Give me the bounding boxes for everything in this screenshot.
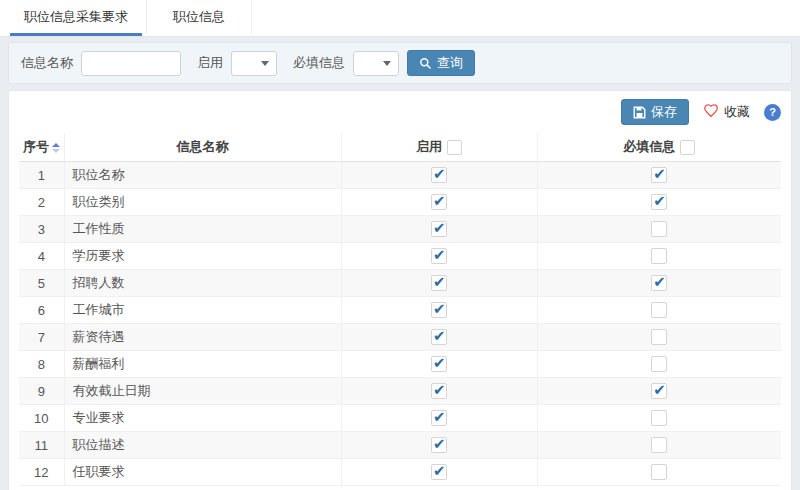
row-name: 学历要求 <box>64 243 341 270</box>
required-checkbox[interactable] <box>651 248 667 264</box>
required-checkbox[interactable] <box>651 275 667 291</box>
enabled-header-label: 启用 <box>416 139 442 154</box>
row-name: 有效截止日期 <box>64 378 341 405</box>
required-checkbox[interactable] <box>651 167 667 183</box>
favorite-button[interactable]: 收藏 <box>703 103 750 121</box>
row-index: 8 <box>19 351 64 378</box>
enabled-checkbox[interactable] <box>431 437 447 453</box>
enabled-checkbox[interactable] <box>431 356 447 372</box>
save-button[interactable]: 保存 <box>621 99 689 125</box>
required-checkbox[interactable] <box>651 410 667 426</box>
index-header-label: 序号 <box>23 139 49 154</box>
table-row: 9 有效截止日期 <box>19 378 781 405</box>
table-row: 5 招聘人数 <box>19 270 781 297</box>
table-row: 12 任职要求 <box>19 459 781 486</box>
required-header-label: 必填信息 <box>623 139 675 154</box>
row-index: 7 <box>19 324 64 351</box>
table-row: 3 工作性质 <box>19 216 781 243</box>
row-index: 4 <box>19 243 64 270</box>
filter-bar: 信息名称 启用 必填信息 查询 <box>8 42 792 84</box>
enabled-checkbox[interactable] <box>431 194 447 210</box>
enabled-select-all-checkbox[interactable] <box>447 140 462 155</box>
row-name: 职位描述 <box>64 432 341 459</box>
enabled-checkbox[interactable] <box>431 221 447 237</box>
save-button-label: 保存 <box>651 103 677 121</box>
chevron-down-icon <box>383 61 391 66</box>
search-icon <box>419 57 432 70</box>
table-body: 1 职位名称 2 职位类别 3 工作性质 4 学历要求 5 招聘人数 6 工作城… <box>19 162 781 486</box>
enabled-checkbox[interactable] <box>431 410 447 426</box>
index-column-header[interactable]: 序号 <box>19 133 64 162</box>
row-name: 工作城市 <box>64 297 341 324</box>
name-header-label: 信息名称 <box>177 139 229 154</box>
enabled-checkbox[interactable] <box>431 383 447 399</box>
info-requirements-table: 序号 信息名称 启用 必填信息 1 职位名称 2 职位类别 3 <box>19 133 781 486</box>
table-row: 7 薪资待遇 <box>19 324 781 351</box>
row-index: 3 <box>19 216 64 243</box>
row-index: 5 <box>19 270 64 297</box>
favorite-button-label: 收藏 <box>724 103 750 121</box>
row-name: 招聘人数 <box>64 270 341 297</box>
search-button[interactable]: 查询 <box>407 50 475 76</box>
enabled-checkbox[interactable] <box>431 329 447 345</box>
table-header-row: 序号 信息名称 启用 必填信息 <box>19 133 781 162</box>
enabled-filter-label: 启用 <box>197 54 223 72</box>
required-filter-label: 必填信息 <box>293 54 345 72</box>
row-index: 6 <box>19 297 64 324</box>
required-column-header: 必填信息 <box>537 133 781 162</box>
table-row: 4 学历要求 <box>19 243 781 270</box>
tab-label: 职位信息采集要求 <box>24 8 128 26</box>
table-row: 6 工作城市 <box>19 297 781 324</box>
required-checkbox[interactable] <box>651 221 667 237</box>
required-select-all-checkbox[interactable] <box>680 140 695 155</box>
required-checkbox[interactable] <box>651 356 667 372</box>
required-checkbox[interactable] <box>651 383 667 399</box>
enabled-checkbox[interactable] <box>431 302 447 318</box>
required-checkbox[interactable] <box>651 464 667 480</box>
row-index: 11 <box>19 432 64 459</box>
table-row: 2 职位类别 <box>19 189 781 216</box>
chevron-down-icon <box>261 61 269 66</box>
main-panel: 保存 收藏 ? 序号 信息名称 启用 <box>8 90 792 490</box>
help-button[interactable]: ? <box>764 104 781 121</box>
enabled-checkbox[interactable] <box>431 275 447 291</box>
required-checkbox[interactable] <box>651 194 667 210</box>
row-index: 2 <box>19 189 64 216</box>
required-checkbox[interactable] <box>651 302 667 318</box>
heart-icon <box>703 103 719 121</box>
row-name: 职位类别 <box>64 189 341 216</box>
row-name: 职位名称 <box>64 162 341 189</box>
table-row: 1 职位名称 <box>19 162 781 189</box>
name-column-header[interactable]: 信息名称 <box>64 133 341 162</box>
toolbar: 保存 收藏 ? <box>19 97 781 133</box>
row-index: 9 <box>19 378 64 405</box>
required-checkbox[interactable] <box>651 329 667 345</box>
save-icon <box>633 106 646 119</box>
row-name: 任职要求 <box>64 459 341 486</box>
table-row: 8 薪酬福利 <box>19 351 781 378</box>
row-index: 12 <box>19 459 64 486</box>
row-name: 工作性质 <box>64 216 341 243</box>
row-index: 1 <box>19 162 64 189</box>
name-filter-input[interactable] <box>81 51 181 76</box>
row-name: 专业要求 <box>64 405 341 432</box>
row-name: 薪资待遇 <box>64 324 341 351</box>
table-row: 10 专业要求 <box>19 405 781 432</box>
name-filter-label: 信息名称 <box>21 54 73 72</box>
row-name: 薪酬福利 <box>64 351 341 378</box>
search-button-label: 查询 <box>437 54 463 72</box>
sort-icon[interactable] <box>52 143 60 153</box>
required-checkbox[interactable] <box>651 437 667 453</box>
enabled-checkbox[interactable] <box>431 167 447 183</box>
table-row: 11 职位描述 <box>19 432 781 459</box>
enabled-column-header: 启用 <box>341 133 537 162</box>
tab-bar: 职位信息采集要求 职位信息 <box>0 0 800 37</box>
required-filter-select[interactable] <box>353 51 399 76</box>
enabled-checkbox[interactable] <box>431 248 447 264</box>
tab-job-info[interactable]: 职位信息 <box>146 0 252 36</box>
question-mark-icon: ? <box>769 106 776 118</box>
table-footer: 第 1 至 12 项结果, 共 12 项 每页显示 12 项 上页 1 下页 <box>19 486 781 490</box>
tab-job-info-collection-requirements[interactable]: 职位信息采集要求 <box>10 0 142 36</box>
enabled-filter-select[interactable] <box>231 51 277 76</box>
enabled-checkbox[interactable] <box>431 464 447 480</box>
